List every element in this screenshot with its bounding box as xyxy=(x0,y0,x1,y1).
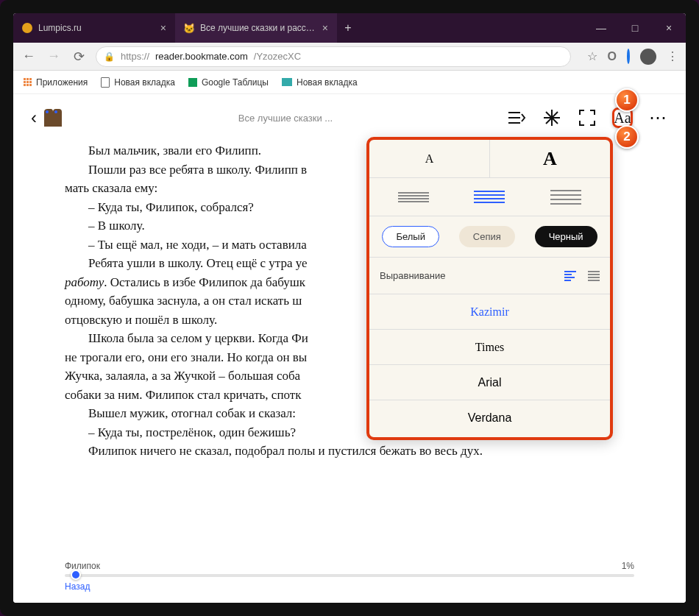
tab-bookmate[interactable]: 🐱 Все лучшие сказки и рассказы × xyxy=(175,13,337,43)
titlebar: Lumpics.ru × 🐱 Все лучшие сказки и расск… xyxy=(13,13,686,43)
maximize-button[interactable]: □ xyxy=(618,13,652,43)
profile-avatar[interactable] xyxy=(640,49,656,65)
line-spacing-row xyxy=(369,178,610,216)
text: Жучка, залаяла, а за Жучкой – большая со… xyxy=(65,369,300,383)
callout-badge-2: 2 xyxy=(615,125,639,149)
callout-number: 1 xyxy=(623,93,630,107)
apps-icon xyxy=(24,78,32,86)
fullscreen-icon[interactable] xyxy=(577,107,597,128)
spacing-normal[interactable] xyxy=(474,191,505,203)
address-bar: ← → ⟳ 🔒 https://reader.bookmate.com/Yzoz… xyxy=(13,43,686,71)
tab-title: Все лучшие сказки и рассказы xyxy=(200,23,316,33)
svg-rect-0 xyxy=(46,110,49,113)
favicon-lumpics xyxy=(22,23,32,33)
new-tab-button[interactable]: + xyxy=(337,13,359,43)
progress-slider[interactable] xyxy=(65,574,634,577)
apps-shortcut[interactable]: Приложения xyxy=(24,77,88,88)
text: . Остались в избе Филипок да бабушк xyxy=(104,275,305,289)
paragraph: Филипок ничего не сказал, подобрал полы … xyxy=(65,442,584,461)
reader-footer: Филипок 1% Назад xyxy=(13,561,686,592)
window-controls: — □ × xyxy=(584,13,686,43)
progress-percent: 1% xyxy=(622,561,634,571)
spacing-loose[interactable] xyxy=(550,190,581,205)
close-tab-icon[interactable]: × xyxy=(160,22,166,34)
bookmark-newtab1[interactable]: Новая вкладка xyxy=(101,77,175,88)
font-size-increase[interactable]: A xyxy=(490,140,610,177)
star-icon[interactable]: ☆ xyxy=(587,49,597,63)
close-window-button[interactable]: × xyxy=(652,13,686,43)
page: ‹ Все лучшие сказки ... Aa ⋯ 1 2 Был мал… xyxy=(13,94,686,603)
nav-back-button[interactable]: ← xyxy=(21,49,37,64)
svg-rect-1 xyxy=(54,110,57,113)
align-left-icon[interactable] xyxy=(564,271,576,281)
close-tab-icon[interactable]: × xyxy=(322,22,328,34)
bookmark-star-icon[interactable] xyxy=(542,107,562,128)
theme-black[interactable]: Черный xyxy=(535,226,597,247)
slider-thumb[interactable] xyxy=(71,570,81,580)
font-times[interactable]: Times xyxy=(369,330,610,365)
bookmark-google-sheets[interactable]: Google Таблицы xyxy=(188,77,269,88)
opera-icon[interactable]: O xyxy=(608,50,617,63)
browser-menu-icon[interactable]: ⋮ xyxy=(667,49,678,63)
bookmark-newtab2[interactable]: Новая вкладка xyxy=(282,77,358,88)
tab-lumpics[interactable]: Lumpics.ru × xyxy=(13,13,175,43)
lock-icon: 🔒 xyxy=(104,52,115,62)
globe-icon[interactable] xyxy=(627,50,630,63)
bookmarks-bar: Приложения Новая вкладка Google Таблицы … xyxy=(13,71,686,94)
theme-white[interactable]: Белый xyxy=(382,226,439,247)
font-verdana[interactable]: Verdana xyxy=(369,400,610,436)
reader-header: ‹ Все лучшие сказки ... Aa ⋯ 1 2 xyxy=(13,94,686,141)
theme-row: Белый Сепия Черный xyxy=(369,216,610,258)
chapter-label: Филипок xyxy=(65,561,100,571)
url-input[interactable]: 🔒 https://reader.bookmate.com/YzozecXC xyxy=(96,46,571,67)
alignment-label: Выравнивание xyxy=(380,270,445,281)
reload-button[interactable]: ⟳ xyxy=(71,49,87,65)
url-path: /YzozecXC xyxy=(254,51,301,62)
bookmark-label: Новая вкладка xyxy=(297,77,358,88)
back-link[interactable]: Назад xyxy=(65,581,90,592)
bookmark-label: Новая вкладка xyxy=(114,77,175,88)
tab-title: Lumpics.ru xyxy=(38,23,155,33)
font-size-row: A A xyxy=(369,140,610,178)
url-host: reader.bookmate.com xyxy=(155,51,248,62)
url-scheme: https:// xyxy=(121,51,149,62)
callout-badge-1: 1 xyxy=(615,88,639,112)
align-justify-icon[interactable] xyxy=(588,271,600,281)
italic-text: работу xyxy=(65,275,104,289)
callout-number: 2 xyxy=(623,130,630,144)
alignment-row: Выравнивание xyxy=(369,258,610,294)
spacing-tight[interactable] xyxy=(398,192,429,202)
apps-label: Приложения xyxy=(36,77,88,88)
sheets-icon xyxy=(188,78,197,87)
font-arial[interactable]: Arial xyxy=(369,365,610,400)
minimize-button[interactable]: — xyxy=(584,13,618,43)
toc-icon[interactable] xyxy=(506,107,527,128)
size-letter-large: A xyxy=(543,148,557,170)
doc-icon xyxy=(101,77,110,88)
font-size-decrease[interactable]: A xyxy=(369,140,490,177)
bookmate-logo xyxy=(41,106,65,130)
theme-sepia[interactable]: Сепия xyxy=(459,226,515,247)
more-menu-icon[interactable]: ⋯ xyxy=(647,107,668,128)
image-icon xyxy=(282,78,292,86)
nav-forward-button[interactable]: → xyxy=(46,49,62,64)
font-settings-popover: A A Белый Сепия Черный Выравнивание xyxy=(366,137,613,440)
bookmark-label: Google Таблицы xyxy=(202,77,269,88)
font-kazimir[interactable]: Kazimir xyxy=(369,294,610,330)
favicon-bookmate: 🐱 xyxy=(184,23,194,33)
reader-title: Все лучшие сказки ... xyxy=(65,113,506,124)
back-chevron-icon[interactable]: ‹ xyxy=(31,107,37,128)
size-letter-small: A xyxy=(425,152,434,166)
